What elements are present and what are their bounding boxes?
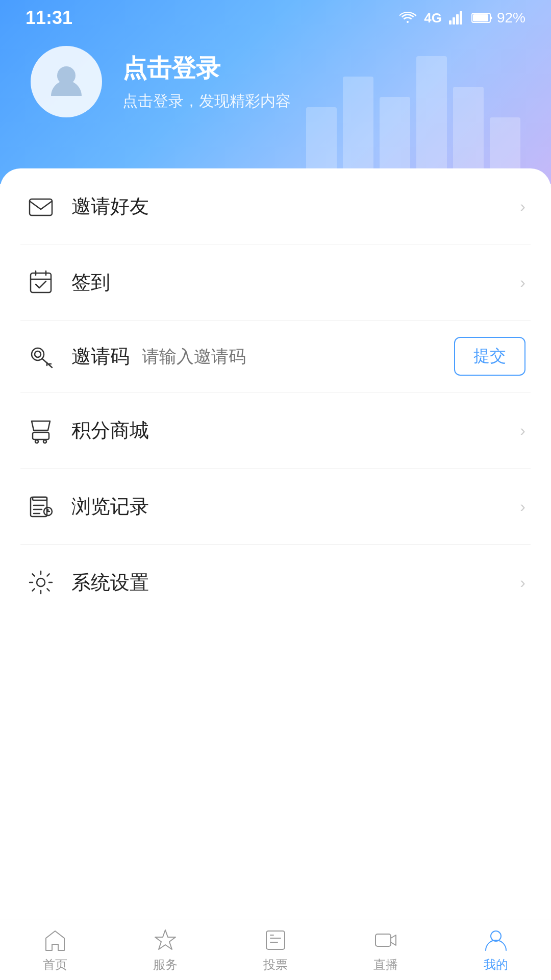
status-time: 11:31 [26, 7, 72, 29]
mine-tab-icon [483, 927, 509, 953]
tab-home-label: 首页 [43, 957, 67, 973]
svg-rect-15 [33, 432, 49, 439]
key-icon [26, 341, 56, 372]
svg-rect-26 [266, 931, 285, 949]
menu-item-settings[interactable]: 系统设置 › [20, 545, 531, 620]
history-icon [26, 491, 56, 522]
battery-icon: 92% [471, 10, 525, 26]
tab-service-label: 服务 [153, 957, 178, 973]
tab-mine[interactable]: 我的 [441, 927, 551, 973]
tab-service[interactable]: 服务 [110, 927, 220, 973]
invite-code-row: 邀请码 提交 [20, 321, 531, 393]
checkin-label: 签到 [71, 270, 520, 296]
svg-point-11 [35, 351, 41, 357]
vote-tab-icon [262, 927, 289, 953]
svg-rect-7 [30, 199, 52, 215]
svg-rect-5 [473, 14, 488, 21]
invite-friends-chevron: › [520, 197, 525, 216]
svg-marker-31 [391, 935, 396, 945]
menu-item-history[interactable]: 浏览记录 › [20, 469, 531, 545]
home-tab-icon [42, 927, 68, 953]
invite-code-input[interactable] [142, 347, 454, 366]
menu-item-invite-friends[interactable]: 邀请好友 › [20, 168, 531, 244]
checkin-icon [26, 267, 56, 298]
submit-button[interactable]: 提交 [454, 337, 525, 376]
tab-bar: 首页 服务 投票 直播 [0, 919, 551, 980]
signal-icon [449, 11, 464, 24]
svg-rect-0 [449, 20, 452, 24]
svg-rect-2 [456, 14, 459, 24]
tab-live-label: 直播 [373, 957, 398, 973]
avatar[interactable] [31, 46, 102, 117]
tab-vote-label: 投票 [263, 957, 288, 973]
4g-badge: 4G [424, 10, 442, 26]
login-subtitle: 点击登录，发现精彩内容 [122, 91, 291, 112]
login-title: 点击登录 [122, 52, 291, 85]
user-avatar-icon [46, 60, 87, 103]
svg-rect-3 [460, 11, 462, 24]
settings-icon [26, 567, 56, 598]
svg-rect-30 [375, 934, 391, 946]
status-bar: 11:31 4G 92% [0, 0, 551, 36]
service-tab-icon [152, 927, 179, 953]
points-mall-chevron: › [520, 421, 525, 440]
history-label: 浏览记录 [71, 494, 520, 520]
status-icons: 4G 92% [398, 10, 525, 26]
profile-section[interactable]: 点击登录 点击登录，发现精彩内容 [31, 46, 291, 117]
svg-point-24 [37, 578, 45, 586]
live-tab-icon [372, 927, 399, 953]
menu-item-points-mall[interactable]: 积分商城 › [20, 393, 531, 469]
profile-text: 点击登录 点击登录，发现精彩内容 [122, 52, 291, 112]
invite-code-label: 邀请码 [71, 344, 130, 370]
svg-rect-8 [31, 273, 51, 292]
header-decoration [306, 56, 520, 168]
svg-point-17 [43, 440, 46, 443]
svg-marker-25 [155, 930, 176, 949]
wifi-icon [398, 11, 417, 25]
tab-home[interactable]: 首页 [0, 927, 110, 973]
tab-vote[interactable]: 投票 [220, 927, 331, 973]
settings-chevron: › [520, 573, 525, 592]
shop-icon [26, 415, 56, 446]
svg-rect-1 [453, 17, 455, 24]
battery-percentage: 92% [497, 10, 525, 26]
svg-rect-19 [33, 497, 47, 500]
checkin-chevron: › [520, 273, 525, 292]
invite-friends-label: 邀请好友 [71, 193, 520, 219]
tab-mine-label: 我的 [484, 957, 508, 973]
envelope-icon [26, 191, 56, 222]
menu-item-checkin[interactable]: 签到 › [20, 244, 531, 321]
history-chevron: › [520, 497, 525, 516]
menu-list: 邀请好友 › 签到 › [0, 168, 551, 620]
points-mall-label: 积分商城 [71, 418, 520, 444]
tab-live[interactable]: 直播 [331, 927, 441, 973]
settings-label: 系统设置 [71, 570, 520, 596]
main-card: 邀请好友 › 签到 › [0, 168, 551, 919]
svg-point-16 [35, 440, 38, 443]
